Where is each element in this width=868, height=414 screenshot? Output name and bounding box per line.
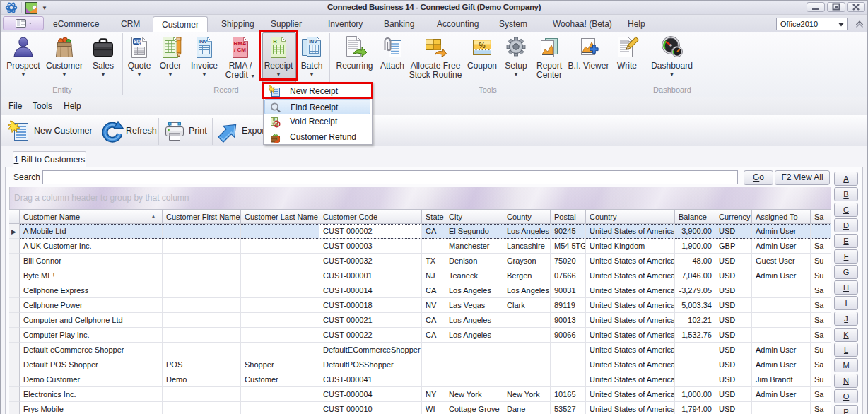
svg-text:SQ: SQ (134, 39, 141, 45)
svg-text:%: % (479, 41, 486, 49)
svg-text:RMA: RMA (233, 40, 246, 47)
svg-text:INV: INV (199, 38, 208, 45)
svg-text:INV: INV (309, 39, 317, 44)
svg-text:/ CM: / CM (234, 47, 246, 53)
